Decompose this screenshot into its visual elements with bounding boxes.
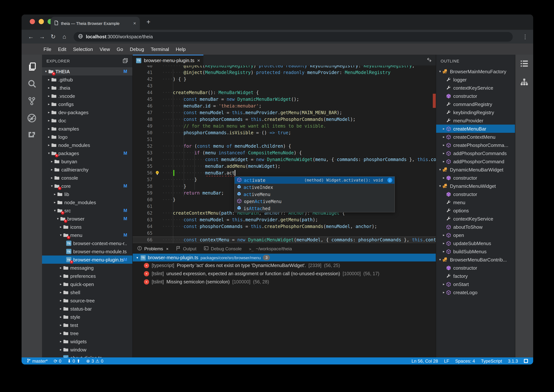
panel-tab-problems[interactable]: Problems×	[137, 246, 168, 252]
chevron-right-icon[interactable]: ▸	[52, 200, 57, 204]
outline-item[interactable]: ▾BrowserMainMenuFactory	[436, 67, 515, 76]
chevron-down-icon[interactable]: ▾	[43, 70, 48, 73]
chevron-right-icon[interactable]: ▸	[47, 102, 51, 106]
tree-item-folder[interactable]: ▸style	[42, 313, 132, 321]
panel-tab--workspace-theia[interactable]: >_~/workspace/theia	[249, 246, 292, 251]
browser-tab[interactable]: theia — Theia Browser Example ×	[51, 17, 140, 30]
tree-item-file[interactable]: TSabout-dialog.ts	[42, 354, 132, 357]
menu-item-file[interactable]: File	[40, 46, 55, 52]
tree-item-folder[interactable]: ▸status-bar	[42, 305, 132, 313]
chevron-down-icon[interactable]: ▾	[137, 256, 138, 259]
chevron-down-icon[interactable]: ▾	[49, 184, 54, 188]
outline-item[interactable]: factory	[436, 272, 515, 280]
chevron-right-icon[interactable]: ▸	[49, 176, 54, 180]
chevron-right-icon[interactable]: ▸	[441, 160, 446, 163]
outline-item[interactable]: menu	[436, 198, 515, 206]
tree-item-folder[interactable]: ▸lib	[42, 190, 132, 198]
forward-icon[interactable]: →	[37, 33, 47, 40]
outline-item[interactable]: constructor	[436, 190, 515, 198]
tree-item-folder[interactable]: ▾×packagesM	[42, 149, 132, 157]
tree-item-folder[interactable]: ▸callhierarchy	[42, 166, 132, 174]
hierarchy-icon[interactable]	[520, 78, 528, 88]
outline-item[interactable]: ▸open	[436, 231, 515, 239]
tree-item-folder[interactable]: ▸messaging	[42, 264, 132, 272]
autocomplete-item[interactable]: activeIndex	[235, 184, 395, 191]
search-icon[interactable]	[21, 75, 42, 92]
tree-item-folder[interactable]: ▾×THEIAM	[42, 67, 132, 76]
tree-item-folder[interactable]: ▾×coreM	[42, 182, 132, 190]
collapse-folders-icon[interactable]	[123, 58, 128, 64]
outline-item[interactable]: commandRegistry	[436, 100, 515, 108]
outline-item[interactable]: ▸createLogo	[436, 288, 515, 296]
close-window-button[interactable]	[30, 19, 35, 24]
menu-item-go[interactable]: Go	[113, 46, 127, 52]
status-item[interactable]: TypeScript	[481, 358, 502, 364]
autocomplete-item[interactable]: activeMenu	[235, 191, 395, 198]
chevron-down-icon[interactable]: ▾	[438, 184, 443, 188]
reload-icon[interactable]: ↻	[48, 33, 58, 40]
tree-item-file[interactable]: TS×browser-menu-plugin.tsM	[42, 256, 132, 264]
tree-item-folder[interactable]: ▸logo	[42, 133, 132, 141]
outline-item[interactable]: contextKeyService	[436, 215, 515, 223]
back-icon[interactable]: ←	[26, 33, 36, 40]
close-icon[interactable]: ×	[166, 246, 168, 251]
list-icon[interactable]	[520, 60, 528, 69]
outline-item[interactable]: keybindingRegistry	[436, 108, 515, 116]
tree-item-folder[interactable]: ▸shell	[42, 288, 132, 296]
chevron-down-icon[interactable]: ▾	[55, 217, 60, 221]
outline-item[interactable]: ▸addPhosphorCommands	[436, 149, 515, 157]
chevron-right-icon[interactable]: ▸	[441, 135, 446, 139]
tree-item-folder[interactable]: ▸preferences	[42, 272, 132, 280]
outline-item[interactable]: ▸createContextMenu	[436, 133, 515, 141]
chevron-right-icon[interactable]: ▸	[58, 290, 63, 294]
outline-item[interactable]: constructor	[436, 92, 515, 100]
outline-item[interactable]: ▾DynamicMenuWidget	[436, 182, 515, 190]
chevron-down-icon[interactable]: ▾	[438, 258, 443, 261]
debug-off-icon[interactable]	[21, 109, 42, 126]
outline-item[interactable]: logger	[436, 76, 515, 84]
tree-item-folder[interactable]: ▸.theia	[42, 84, 132, 92]
chevron-right-icon[interactable]: ▸	[441, 233, 446, 237]
chevron-right-icon[interactable]: ▸	[58, 331, 63, 335]
tree-item-folder[interactable]: ▸icons	[42, 223, 132, 231]
tree-item-folder[interactable]: ▾×srcM	[42, 206, 132, 215]
tree-item-folder[interactable]: ▸window	[42, 345, 132, 354]
outline-item[interactable]: ▾BrowserMenuBarContrib...	[436, 256, 515, 264]
tree-item-file[interactable]: TSbrowser-context-menu-r...	[42, 239, 132, 247]
tree-item-folder[interactable]: ▸console	[42, 174, 132, 182]
editor-tab-close-icon[interactable]: ×	[197, 58, 200, 63]
status-group[interactable]: ⟳0	[54, 358, 62, 364]
outline-item[interactable]: ▸createMenuBar	[436, 125, 515, 133]
tree-item-folder[interactable]: ▸dev-packages	[42, 108, 132, 116]
tree-item-folder[interactable]: ▸doc	[42, 116, 132, 125]
chevron-right-icon[interactable]: ▸	[441, 127, 446, 131]
chevron-right-icon[interactable]: ▸	[58, 274, 63, 278]
toggle-panel-icon[interactable]	[524, 359, 528, 363]
chevron-right-icon[interactable]: ▸	[58, 315, 63, 319]
outline-item[interactable]: contextKeyService	[436, 84, 515, 92]
chevron-right-icon[interactable]: ▸	[49, 160, 54, 163]
panel-tab-debug-console[interactable]: Debug Console	[204, 246, 242, 252]
status-item[interactable]: Spaces: 4	[455, 358, 475, 364]
chevron-right-icon[interactable]: ▸	[441, 143, 446, 147]
chevron-down-icon[interactable]: ▾	[47, 151, 51, 155]
chevron-right-icon[interactable]: ▸	[47, 111, 51, 114]
outline-item[interactable]: constructor	[436, 264, 515, 272]
menu-item-debug[interactable]: Debug	[126, 46, 147, 52]
chevron-right-icon[interactable]: ▸	[441, 290, 446, 294]
autocomplete-item[interactable]: openActiveMenu	[235, 198, 395, 205]
chevron-right-icon[interactable]: ▸	[441, 241, 446, 245]
status-group[interactable]: master*	[27, 358, 48, 364]
chevron-right-icon[interactable]: ▸	[441, 176, 446, 180]
outline-item[interactable]: ▸onStart	[436, 280, 515, 288]
tree-item-folder[interactable]: ▸bunyan	[42, 157, 132, 166]
plugin-icon[interactable]	[21, 126, 42, 144]
outline-item[interactable]: ▸buildSubMenus	[436, 247, 515, 256]
status-group[interactable]: ⬇0⬆	[67, 358, 80, 364]
chevron-down-icon[interactable]: ▾	[438, 70, 443, 73]
code-editor[interactable]: 40········@inject(KeybindingRegistry)·pr…	[133, 65, 436, 243]
menu-item-edit[interactable]: Edit	[55, 46, 70, 52]
tree-item-folder[interactable]: ▸.github	[42, 76, 132, 84]
tree-item-folder[interactable]: ▸examples	[42, 125, 132, 133]
problems-file-row[interactable]: ▾ TS browser-menu-plugin.ts packages/cor…	[133, 254, 436, 261]
